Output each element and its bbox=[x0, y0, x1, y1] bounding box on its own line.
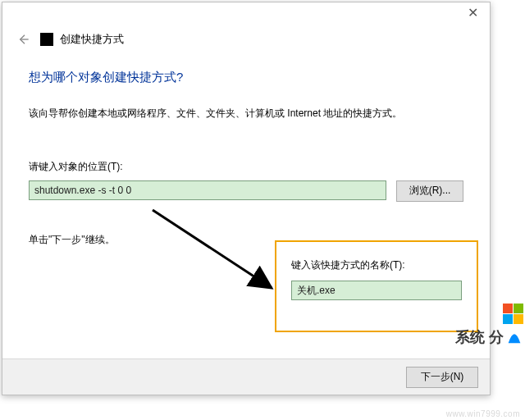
titlebar: ✕ bbox=[2, 2, 490, 25]
callout-label: 键入该快捷方式的名称(T): bbox=[291, 258, 462, 272]
close-button[interactable]: ✕ bbox=[455, 2, 490, 25]
wizard-content: 想为哪个对象创建快捷方式? 该向导帮你创建本地或网络程序、文件、文件夹、计算机或… bbox=[2, 50, 490, 247]
browse-button[interactable]: 浏览(R)... bbox=[396, 180, 463, 202]
site-url: www.win7999.com bbox=[446, 409, 520, 418]
location-input[interactable]: shutdown.exe -s -t 0 0 bbox=[29, 180, 386, 200]
microsoft-logo-icon bbox=[503, 304, 523, 324]
wizard-description: 该向导帮你创建本地或网络程序、文件、文件夹、计算机或 Internet 地址的快… bbox=[29, 107, 463, 121]
wizard-question: 想为哪个对象创建快捷方式? bbox=[29, 70, 463, 85]
next-button[interactable]: 下一步(N) bbox=[406, 367, 478, 388]
shortcut-name-input[interactable]: 关机.exe bbox=[291, 281, 462, 300]
wizard-window: ✕ 创建快捷方式 想为哪个对象创建快捷方式? 该向导帮你创建本地或网络程序、文件… bbox=[2, 2, 491, 395]
brand-mark-icon bbox=[505, 328, 523, 346]
back-arrow-icon[interactable] bbox=[14, 30, 32, 48]
location-row: shutdown.exe -s -t 0 0 浏览(R)... bbox=[29, 180, 463, 202]
wizard-title: 创建快捷方式 bbox=[60, 32, 124, 47]
name-callout: 键入该快捷方式的名称(T): 关机.exe bbox=[275, 240, 478, 332]
location-label: 请键入对象的位置(T): bbox=[29, 160, 463, 174]
wizard-icon bbox=[40, 33, 53, 46]
wizard-footer: 下一步(N) bbox=[2, 358, 490, 395]
wizard-header: 创建快捷方式 bbox=[2, 25, 490, 50]
